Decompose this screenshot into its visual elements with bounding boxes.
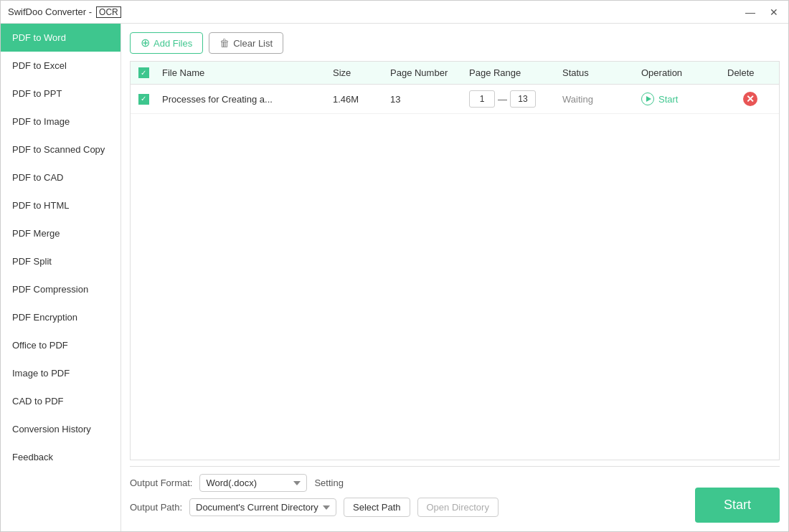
page-range-end-input[interactable] xyxy=(510,90,536,108)
sidebar-label: PDF Compression xyxy=(12,284,88,295)
sidebar-label: Office to PDF xyxy=(12,340,68,351)
sidebar-item-pdf-encryption[interactable]: PDF Encryption xyxy=(1,303,121,331)
app-body: PDF to Word PDF to Excel PDF to PPT PDF … xyxy=(1,24,788,531)
col-checkbox: ✓ xyxy=(131,67,156,78)
sidebar-item-pdf-split[interactable]: PDF Split xyxy=(1,247,121,275)
toolbar: ⊕ Add Files 🗑 Clear List xyxy=(130,32,780,54)
row-filename: Processes for Creating a... xyxy=(156,94,327,105)
title-bar: SwifDoo Converter - OCR — ✕ xyxy=(1,1,788,24)
clear-list-label: Clear List xyxy=(233,38,273,49)
row-checkbox-cell: ✓ xyxy=(131,94,156,105)
add-files-button[interactable]: ⊕ Add Files xyxy=(130,32,203,54)
sidebar-item-pdf-to-ppt[interactable]: PDF to PPT xyxy=(1,80,121,108)
page-range-start-input[interactable] xyxy=(469,90,495,108)
sidebar-label: PDF to Excel xyxy=(12,60,67,71)
delete-row-button[interactable]: ✕ xyxy=(743,92,757,106)
sidebar-item-pdf-to-html[interactable]: PDF to HTML xyxy=(1,191,121,219)
sidebar-label: Feedback xyxy=(12,452,53,462)
col-delete: Delete xyxy=(722,67,779,78)
sidebar-label: PDF to Image xyxy=(12,116,70,127)
col-pagerange: Page Range xyxy=(463,67,557,78)
title-bar-controls: — ✕ xyxy=(742,5,781,19)
sidebar-item-pdf-merge[interactable]: PDF Merge xyxy=(1,219,121,247)
page-range-dash: — xyxy=(498,94,507,105)
row-pagerange: — xyxy=(463,90,557,108)
play-triangle xyxy=(646,96,651,102)
sidebar-label: PDF to CAD xyxy=(12,172,64,183)
row-size: 1.46M xyxy=(327,94,384,105)
sidebar-item-conversion-history[interactable]: Conversion History xyxy=(1,415,121,443)
sidebar-item-image-to-pdf[interactable]: Image to PDF xyxy=(1,359,121,387)
bottom-controls: Output Format: Word(.docx) Setting Outpu… xyxy=(130,474,780,523)
row-delete: ✕ xyxy=(722,92,779,106)
sidebar-item-pdf-compression[interactable]: PDF Compression xyxy=(1,275,121,303)
sidebar-item-cad-to-pdf[interactable]: CAD to PDF xyxy=(1,387,121,415)
row-pagenumber: 13 xyxy=(384,94,463,105)
bottom-bar: Output Format: Word(.docx) Setting Outpu… xyxy=(130,466,780,523)
sidebar-item-office-to-pdf[interactable]: Office to PDF xyxy=(1,331,121,359)
col-status: Status xyxy=(557,67,636,78)
app-title: SwifDoo Converter - xyxy=(8,6,92,17)
sidebar-label: PDF to Word xyxy=(12,32,66,43)
row-status: Waiting xyxy=(557,94,636,105)
trash-icon: 🗑 xyxy=(219,37,230,49)
minimize-button[interactable]: — xyxy=(742,5,758,19)
sidebar-item-pdf-to-scanned[interactable]: PDF to Scanned Copy xyxy=(1,136,121,163)
start-operation-button[interactable]: Start xyxy=(641,92,716,105)
sidebar-label: PDF to Scanned Copy xyxy=(12,144,105,155)
table-row: ✓ Processes for Creating a... 1.46M 13 —… xyxy=(131,85,779,114)
start-convert-button[interactable]: Start xyxy=(695,488,780,523)
header-checkbox[interactable]: ✓ xyxy=(138,67,149,78)
sidebar-label: Image to PDF xyxy=(12,368,70,379)
select-path-button[interactable]: Select Path xyxy=(344,498,410,517)
col-filename: File Name xyxy=(156,67,327,78)
output-format-row: Output Format: Word(.docx) Setting xyxy=(130,474,695,492)
close-button[interactable]: ✕ xyxy=(767,5,781,19)
open-directory-button[interactable]: Open Directory xyxy=(417,498,499,517)
checkmark-icon: ✓ xyxy=(141,70,146,77)
page-range-container: — xyxy=(469,90,551,108)
app-window: SwifDoo Converter - OCR — ✕ PDF to Word … xyxy=(0,0,789,532)
sidebar-item-pdf-to-excel[interactable]: PDF to Excel xyxy=(1,52,121,80)
setting-link[interactable]: Setting xyxy=(314,478,343,488)
col-operation: Operation xyxy=(636,67,722,78)
table-header: ✓ File Name Size Page Number Page Range … xyxy=(131,62,779,85)
col-size: Size xyxy=(327,67,384,78)
col-pagenumber: Page Number xyxy=(384,67,463,78)
main-area: ⊕ Add Files 🗑 Clear List ✓ File Name xyxy=(121,24,788,531)
sidebar-label: PDF to HTML xyxy=(12,200,69,211)
sidebar-label: Conversion History xyxy=(12,424,91,434)
start-label: Start xyxy=(658,94,678,105)
output-format-select[interactable]: Word(.docx) xyxy=(199,474,307,492)
add-files-label: Add Files xyxy=(153,38,192,49)
sidebar-item-pdf-to-cad[interactable]: PDF to CAD xyxy=(1,163,121,191)
row-operation: Start xyxy=(636,92,722,105)
bottom-left: Output Format: Word(.docx) Setting Outpu… xyxy=(130,474,695,523)
sidebar-item-feedback[interactable]: Feedback xyxy=(1,443,121,471)
output-path-row: Output Path: Document's Current Director… xyxy=(130,498,695,517)
sidebar-item-pdf-to-image[interactable]: PDF to Image xyxy=(1,108,121,136)
file-table: ✓ File Name Size Page Number Page Range … xyxy=(130,61,780,460)
checkmark-icon: ✓ xyxy=(141,95,146,103)
sidebar-item-pdf-to-word[interactable]: PDF to Word xyxy=(1,24,121,52)
output-format-label: Output Format: xyxy=(130,478,192,488)
sidebar-label: PDF Encryption xyxy=(12,312,77,323)
add-icon: ⊕ xyxy=(141,37,150,49)
sidebar: PDF to Word PDF to Excel PDF to PPT PDF … xyxy=(1,24,121,531)
clear-list-button[interactable]: 🗑 Clear List xyxy=(209,32,283,54)
title-bar-left: SwifDoo Converter - OCR xyxy=(8,6,121,18)
sidebar-label: CAD to PDF xyxy=(12,396,64,407)
sidebar-label: PDF to PPT xyxy=(12,88,62,99)
sidebar-label: PDF Split xyxy=(12,256,52,267)
row-checkbox[interactable]: ✓ xyxy=(138,94,149,105)
output-path-label: Output Path: xyxy=(130,502,182,513)
ocr-label: OCR xyxy=(96,6,121,18)
output-path-select[interactable]: Document's Current Directory xyxy=(189,498,336,516)
sidebar-label: PDF Merge xyxy=(12,228,60,239)
play-icon xyxy=(641,92,654,105)
